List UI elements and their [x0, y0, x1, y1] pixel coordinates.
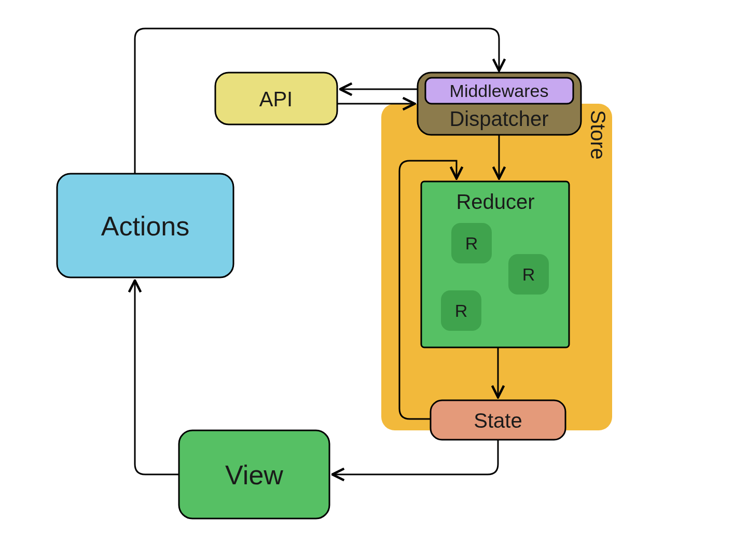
edge-state-to-view [334, 440, 498, 474]
actions-label: Actions [101, 211, 190, 241]
reducer-label: Reducer [456, 190, 534, 213]
dispatcher-label: Dispatcher [449, 107, 548, 130]
api-box: API [215, 73, 337, 124]
state-box: State [431, 400, 565, 440]
view-box: View [179, 430, 329, 519]
middlewares-box: Middlewares [425, 78, 573, 104]
reducer-item: R [451, 223, 492, 263]
edge-view-to-actions [135, 282, 179, 474]
store-label: Store [587, 110, 610, 160]
reducer-item-label: R [522, 264, 535, 284]
reducer-item: R [441, 290, 481, 331]
dispatcher-box: Middlewares Dispatcher [418, 73, 581, 135]
actions-box: Actions [57, 174, 233, 277]
reducer-item-label: R [465, 233, 478, 253]
reducer-box: Reducer R R R [421, 181, 569, 347]
api-label: API [259, 88, 293, 110]
reducer-item-label: R [455, 301, 468, 320]
view-label: View [225, 460, 283, 490]
reducer-item: R [508, 254, 549, 295]
state-label: State [474, 409, 522, 432]
middlewares-label: Middlewares [450, 81, 549, 101]
